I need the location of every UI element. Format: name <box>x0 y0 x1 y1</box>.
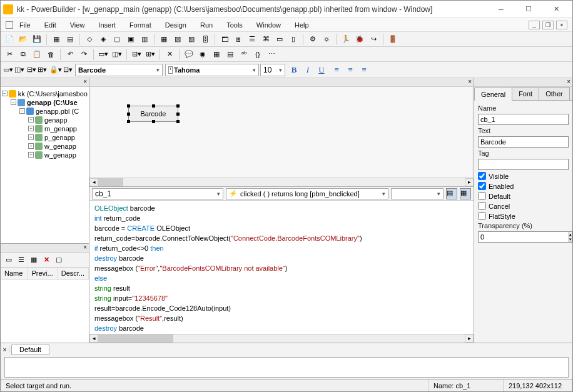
align-right-button[interactable]: ≡ <box>358 64 370 76</box>
project-tree[interactable]: −kk (C:\Users\jamesboo −genapp (C:\Use −… <box>1 87 89 243</box>
tool-icon[interactable]: ▭▾ <box>97 49 109 60</box>
tool-icon[interactable]: 🔒▾ <box>49 66 62 74</box>
tool-icon[interactable]: ◉ <box>196 49 209 60</box>
italic-button[interactable]: I <box>302 64 314 76</box>
pane-close-button[interactable]: × <box>1 244 89 253</box>
delete-icon[interactable]: 🗑 <box>44 49 57 60</box>
menu-help[interactable]: Help <box>288 20 315 30</box>
prop-tab-general[interactable]: General <box>474 88 512 101</box>
mdi-restore-button[interactable]: ❐ <box>542 21 554 29</box>
prop-tab-other[interactable]: Other <box>539 87 570 100</box>
flatstyle-checkbox[interactable] <box>478 212 486 220</box>
design-canvas[interactable]: Barcode <box>91 87 472 178</box>
save-icon[interactable]: 💾 <box>31 34 43 45</box>
tool-icon[interactable]: ▤ <box>64 34 76 45</box>
tool-icon[interactable]: ◫▾ <box>14 66 24 74</box>
tool-icon[interactable]: ▦ <box>50 34 63 45</box>
prop-tab-font[interactable]: Font <box>512 87 539 100</box>
tool-icon[interactable]: ▤ <box>224 49 236 60</box>
menu-file[interactable]: File <box>17 20 37 30</box>
tool-icon[interactable]: ▨ <box>185 34 198 45</box>
transparency-input[interactable] <box>478 231 569 243</box>
close-tab-icon[interactable]: ✕ <box>163 49 176 60</box>
tree-item[interactable]: +genapp <box>2 116 88 124</box>
tool-icon[interactable]: ⊡▾ <box>63 66 73 74</box>
tool-icon[interactable]: ⊞▾ <box>38 66 47 74</box>
comment-icon[interactable]: 💬 <box>183 49 195 60</box>
tool-icon[interactable]: ▯ <box>287 34 300 45</box>
view-toggle-icon[interactable]: ▤ <box>446 188 457 199</box>
tool-icon[interactable]: ⌘ <box>260 34 272 45</box>
tool-icon[interactable]: ⛭ <box>320 34 333 45</box>
pane-close-button[interactable]: × <box>474 78 572 87</box>
tree-item[interactable]: +w_genapp <box>2 142 88 151</box>
tool-icon[interactable]: ⋯ <box>265 49 278 60</box>
barcode-button-control[interactable]: Barcode <box>128 106 178 122</box>
tool-icon[interactable]: 🗔 <box>218 34 231 45</box>
tool-icon[interactable]: ⚙ <box>307 34 319 45</box>
tool-icon[interactable]: ◇ <box>83 34 96 45</box>
tool-icon[interactable]: ▣ <box>124 34 137 45</box>
canvas-hscroll[interactable]: ◂▸ <box>89 178 474 186</box>
view-toggle-icon[interactable]: ▦ <box>460 188 471 199</box>
list-tool-icon[interactable]: ▢ <box>53 254 64 265</box>
paste-icon[interactable]: 📋 <box>31 49 43 60</box>
default-checkbox[interactable] <box>478 192 486 200</box>
menu-view[interactable]: View <box>64 20 91 30</box>
font-family-dropdown[interactable]: ᵀTahoma <box>165 64 259 76</box>
redo-icon[interactable]: ↷ <box>78 49 90 60</box>
list-header[interactable]: NamePrevi...Descr... <box>1 268 89 279</box>
menu-run[interactable]: Run <box>194 20 219 30</box>
tool-icon[interactable]: ⊟▾ <box>27 66 36 74</box>
tool-icon[interactable]: 🗏 <box>232 34 245 45</box>
event-dropdown[interactable]: ⚡clicked ( ) returns long [pbm_bnclicked… <box>226 188 388 199</box>
enabled-checkbox[interactable] <box>478 182 486 190</box>
mdi-min-button[interactable]: _ <box>529 21 540 29</box>
tool-icon[interactable]: ▥ <box>138 34 151 45</box>
tool-icon[interactable]: ▦ <box>158 34 170 45</box>
maximize-button[interactable]: ☐ <box>515 1 542 18</box>
tag-input[interactable] <box>478 159 569 170</box>
list-col[interactable]: Previ... <box>28 268 57 279</box>
align-left-button[interactable]: ≡ <box>330 64 343 76</box>
tool-icon[interactable]: ⊞▾ <box>144 49 156 60</box>
output-input[interactable] <box>4 357 569 378</box>
tool-icon[interactable]: ↪ <box>367 34 380 45</box>
exit-icon[interactable]: 🚪 <box>387 34 399 45</box>
tree-item[interactable]: +m_genapp <box>2 124 88 133</box>
list-col[interactable]: Descr... <box>58 268 89 279</box>
tool-icon[interactable]: ▢ <box>111 34 123 45</box>
menu-format[interactable]: Format <box>123 20 158 30</box>
tree-item[interactable]: +w_genapp <box>2 151 88 159</box>
text-input[interactable] <box>478 136 569 148</box>
cut-icon[interactable]: ✂ <box>3 49 16 60</box>
run-icon[interactable]: 🏃 <box>340 34 352 45</box>
tool-icon[interactable]: ☰ <box>246 34 258 45</box>
copy-icon[interactable]: ⧉ <box>17 49 29 60</box>
output-tab-default[interactable]: Default <box>11 344 49 355</box>
tool-icon[interactable]: ◈ <box>97 34 109 45</box>
pane-close-button[interactable]: × <box>1 78 89 87</box>
menu-window[interactable]: Window <box>250 20 287 30</box>
db-icon[interactable]: 🗄 <box>199 34 211 45</box>
menu-design[interactable]: Design <box>159 20 193 30</box>
script-dropdown[interactable] <box>391 188 444 199</box>
tool-icon[interactable]: ▧ <box>171 34 184 45</box>
name-input[interactable] <box>478 114 569 125</box>
list-tool-icon[interactable]: ▭ <box>3 254 14 265</box>
bold-button[interactable]: B <box>288 64 300 76</box>
tool-icon[interactable]: ▭▾ <box>3 66 13 74</box>
tool-icon[interactable]: {} <box>251 49 264 60</box>
align-center-button[interactable]: ≡ <box>344 64 357 76</box>
new-icon[interactable]: 📄 <box>3 34 16 45</box>
object-dropdown[interactable]: cb_1 <box>92 188 223 199</box>
list-delete-icon[interactable]: ✕ <box>41 254 52 265</box>
list-body[interactable] <box>1 279 89 343</box>
tool-icon[interactable]: ᵃᵇ <box>238 49 250 60</box>
debug-icon[interactable]: 🐞 <box>353 34 366 45</box>
sys-menu-icon[interactable] <box>6 21 13 29</box>
cancel-checkbox[interactable] <box>478 202 486 210</box>
list-tool-icon[interactable]: ▦ <box>28 254 39 265</box>
visible-checkbox[interactable] <box>478 172 486 180</box>
mdi-close-button[interactable]: × <box>556 21 567 29</box>
